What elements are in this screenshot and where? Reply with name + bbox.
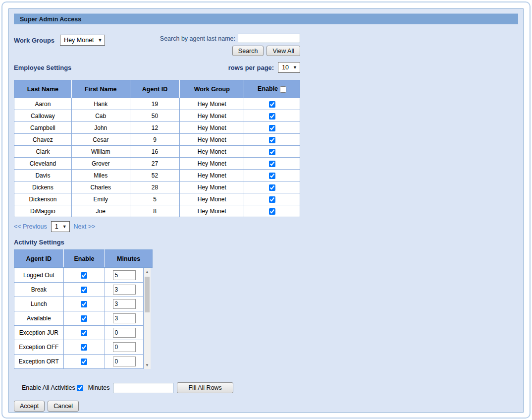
last-name-cell: Clark [14,146,72,158]
column-header-agent-id[interactable]: Agent ID [130,80,180,98]
activity-enable-checkbox[interactable] [81,330,87,336]
page-number-select[interactable]: 1 ▼ [51,221,70,232]
bulk-minutes-input[interactable] [113,383,173,393]
employee-enable-checkbox[interactable] [269,137,275,143]
activity-enable-checkbox[interactable] [81,287,87,293]
activity-enable-checkbox[interactable] [81,359,87,365]
enable-cell [244,122,300,134]
last-name-cell: Campbell [14,122,72,134]
last-name-cell: Dickenson [14,193,72,205]
scrollbar-up-arrow-icon[interactable]: ▲ [144,268,151,276]
fill-all-rows-button[interactable]: Fill All Rows [177,382,233,393]
employee-enable-checkbox[interactable] [269,149,275,155]
activity-enable-checkbox[interactable] [81,344,87,351]
pagination: << Previous 1 ▼ Next >> [14,221,300,232]
employee-settings-heading: Employee Settings [14,64,71,71]
activity-scrollbar[interactable]: ▲ ▼ [144,268,151,369]
activity-minutes-cell [105,297,144,311]
work-group-select[interactable]: Hey Monet ▼ [60,35,105,46]
enable-cell [244,158,300,170]
first-name-cell: Cab [71,110,130,122]
agent-id-cell: 19 [130,98,180,110]
activity-minutes-cell [105,283,144,297]
search-button[interactable]: Search [232,46,264,56]
activity-minutes-input[interactable] [113,270,136,280]
work-group-cell: Hey Monet [180,134,244,146]
agent-id-cell: 52 [130,170,180,181]
employee-enable-checkbox[interactable] [269,113,275,120]
column-header-first-name[interactable]: First Name [71,80,130,98]
activity-enable-cell [63,268,105,283]
employee-enable-checkbox[interactable] [269,101,275,108]
search-buttons-row: Search View All [232,46,300,56]
activity-minutes-cell [105,355,144,369]
activity-minutes-cell [105,326,144,340]
enable-cell [244,170,300,181]
chevron-down-icon: ▼ [293,65,297,70]
scrollbar-thumb[interactable] [145,277,150,312]
work-group-cell: Hey Monet [180,170,244,181]
activity-name-cell: Exception OFF [14,340,64,355]
employee-heading-row: Employee Settings rows per page: 10 ▼ [14,62,300,73]
activity-minutes-input[interactable] [113,328,136,338]
table-row: Chavez Cesar 9 Hey Monet [14,134,300,146]
scrollbar-down-arrow-icon[interactable]: ▼ [144,361,151,369]
table-row: Clark William 16 Hey Monet [14,146,300,158]
activity-minutes-input[interactable] [113,313,136,323]
table-row: Exception ORT [14,355,144,369]
table-row: Campbell John 12 Hey Monet [14,122,300,134]
first-name-cell: Joe [71,205,130,217]
activity-enable-cell [63,326,105,340]
employee-enable-checkbox[interactable] [269,161,275,167]
enable-all-activities-checkbox[interactable] [77,385,83,391]
activity-minutes-input[interactable] [113,285,136,295]
enable-all-employees-checkbox[interactable] [280,86,286,93]
content-column: Work Groups Hey Monet ▼ Search by agent … [14,34,300,412]
activity-minutes-input[interactable] [113,299,136,309]
table-row: Aaron Hank 19 Hey Monet [14,98,300,110]
work-group-selected-value: Hey Monet [64,37,94,44]
activity-minutes-input[interactable] [113,357,136,366]
employee-table-header-row: Last Name First Name Agent ID Work Group… [14,80,300,98]
table-row: Dickenson Emily 5 Hey Monet [14,193,300,205]
first-name-cell: Grover [71,158,130,170]
work-group-cell: Hey Monet [180,205,244,217]
table-row: Available [14,311,144,326]
work-group-cell: Hey Monet [180,98,244,110]
activity-table-wrap: Agent ID Enable Minutes Logged Out Break… [14,249,153,369]
activity-enable-checkbox[interactable] [81,315,87,322]
activity-table-header-row: Agent ID Enable Minutes [14,250,153,268]
employee-enable-checkbox[interactable] [269,125,275,131]
activity-minutes-cell [105,340,144,355]
filters-row: Work Groups Hey Monet ▼ Search by agent … [14,34,300,56]
enable-cell [244,181,300,193]
activity-enable-cell [63,297,105,311]
activity-minutes-input[interactable] [113,342,136,352]
employee-enable-checkbox[interactable] [269,173,275,179]
view-all-button[interactable]: View All [266,46,300,56]
search-input[interactable] [238,34,300,43]
column-header-last-name[interactable]: Last Name [14,80,72,98]
activity-enable-checkbox[interactable] [81,272,87,279]
activity-enable-checkbox[interactable] [81,301,87,307]
column-header-work-group[interactable]: Work Group [180,80,244,98]
table-row: Exception OFF [14,340,144,355]
work-group-cell: Hey Monet [180,110,244,122]
first-name-cell: Miles [71,170,130,181]
employee-enable-checkbox[interactable] [269,184,275,191]
activity-name-cell: Available [14,311,64,326]
rows-per-page-select[interactable]: 10 ▼ [278,62,300,73]
activity-name-cell: Exception ORT [14,355,64,369]
last-name-cell: Dickens [14,181,72,193]
previous-page-link[interactable]: << Previous [14,223,47,230]
accept-button[interactable]: Accept [14,401,45,412]
employee-enable-checkbox[interactable] [269,196,275,203]
next-page-link[interactable]: Next >> [74,223,96,230]
employee-enable-checkbox[interactable] [269,208,275,215]
bulk-minutes-label: Minutes [88,384,110,391]
super-admin-panel: Super Admin Access Work Groups Hey Monet… [8,8,524,413]
enable-cell [244,205,300,217]
cancel-button[interactable]: Cancel [48,401,79,412]
search-line: Search by agent last name: [160,34,300,43]
activity-enable-cell [63,340,105,355]
